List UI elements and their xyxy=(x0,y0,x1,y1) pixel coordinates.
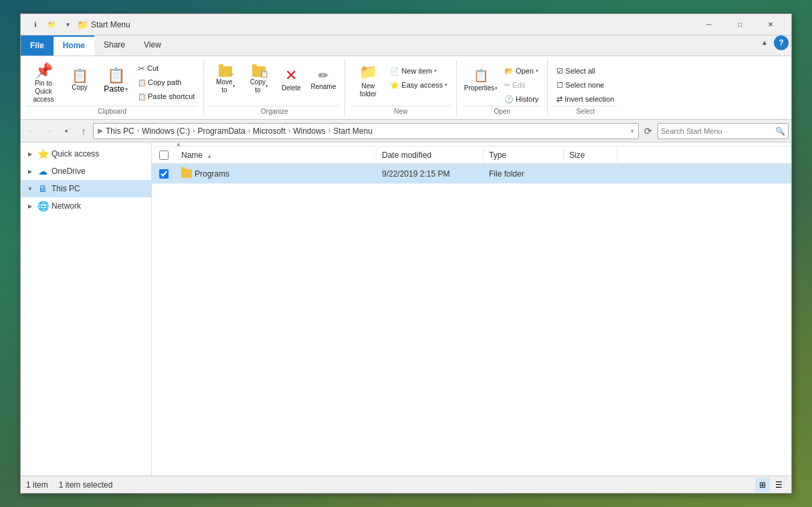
sidebar-item-quick-access[interactable]: ▶ ⭐ Quick access xyxy=(21,145,151,163)
rename-icon: ✏ xyxy=(318,70,328,82)
maximize-btn[interactable]: □ xyxy=(724,14,755,35)
properties-btn[interactable]: 📋 Properties ▾ xyxy=(462,62,500,99)
invert-selection-btn[interactable]: ⇄ Invert selection xyxy=(553,92,617,106)
file-row-checkbox xyxy=(152,169,176,179)
paste-shortcut-btn[interactable]: 📋 Paste shortcut xyxy=(134,90,198,103)
help-btn[interactable]: ? xyxy=(774,35,789,50)
select-all-label: Select all xyxy=(565,67,595,75)
status-info: 1 item 1 item selected xyxy=(26,480,112,490)
paste-shortcut-icon: 📋 xyxy=(138,93,146,100)
paste-shortcut-label: Paste shortcut xyxy=(148,92,195,100)
new-item-label: New item xyxy=(401,67,432,75)
copy-btn[interactable]: 📋 Copy xyxy=(62,62,97,99)
ribbon-collapse-btn[interactable]: ▲ xyxy=(758,35,771,49)
tab-share[interactable]: Share xyxy=(94,35,134,56)
table-row[interactable]: Programs 9/22/2019 2:15 PM File folder xyxy=(152,164,791,184)
tab-home[interactable]: Home xyxy=(54,35,94,56)
file-list: Programs 9/22/2019 2:15 PM File folder xyxy=(152,164,791,476)
history-btn[interactable]: 🕐 History xyxy=(501,92,542,106)
easy-access-btn[interactable]: ⭐ Easy access ▾ xyxy=(387,78,451,92)
paste-group[interactable]: 📋 Paste ▾ xyxy=(98,62,133,99)
history-icon: 🕐 xyxy=(504,95,514,104)
copy-to-btn[interactable]: 📋 Copy to ▾ xyxy=(243,62,275,99)
refresh-btn[interactable]: ⟳ xyxy=(640,123,656,139)
item-count: 1 item xyxy=(26,480,48,490)
window-controls: ─ □ ✕ xyxy=(694,14,786,35)
path-part-this-pc[interactable]: This PC xyxy=(106,126,134,136)
delete-btn[interactable]: ✕ Delete xyxy=(276,62,306,99)
programs-checkbox[interactable] xyxy=(159,169,169,179)
column-header-size[interactable]: Size xyxy=(564,148,617,163)
new-item-icon: 📄 xyxy=(390,67,399,76)
header-checkbox xyxy=(152,150,176,160)
paste-label: Paste xyxy=(104,84,124,94)
status-bar: 1 item 1 item selected ⊞ ☰ xyxy=(21,476,791,493)
edit-btn[interactable]: ✏ Edit xyxy=(501,78,542,92)
ribbon-group-clipboard: 📌 Pin to Quick access 📋 Copy 📋 Paste ▾ xyxy=(21,59,204,116)
recent-locations-btn[interactable]: ▾ xyxy=(58,123,74,139)
select-group-content: ☑ Select all ☐ Select none ⇄ Invert sele… xyxy=(553,59,617,106)
minimize-btn[interactable]: ─ xyxy=(694,14,724,35)
ribbon-group-organize: → Move to ▾ 📋 Cop xyxy=(204,59,345,116)
expand-onedrive-icon: ▶ xyxy=(26,167,34,175)
select-none-btn[interactable]: ☐ Select none xyxy=(553,78,617,92)
back-btn[interactable]: ← xyxy=(23,123,39,139)
move-to-btn[interactable]: → Move to ▾ xyxy=(209,62,241,99)
copy-path-icon: 📋 xyxy=(138,79,146,86)
cut-icon: ✂ xyxy=(138,64,145,74)
copy-to-arrow: ▾ xyxy=(266,84,268,89)
cut-label: Cut xyxy=(147,64,159,72)
cut-btn[interactable]: ✂ Cut xyxy=(134,62,198,75)
list-view-btn[interactable]: ☰ xyxy=(771,478,786,492)
sidebar-item-this-pc[interactable]: ▼ 🖥 This PC xyxy=(21,180,151,197)
move-to-arrow: ▾ xyxy=(233,84,235,89)
ribbon-group-open: 📋 Properties ▾ 📂 Open ▾ ✏ Edit xyxy=(457,59,548,116)
paste-dropdown-arrow: ▾ xyxy=(125,86,128,92)
tab-view[interactable]: View xyxy=(134,35,171,56)
qat-dropdown-btn[interactable]: ▾ xyxy=(61,18,74,31)
rename-btn[interactable]: ✏ Rename xyxy=(307,62,339,99)
column-header-name[interactable]: Name ▲ xyxy=(176,148,377,163)
open-group-label: Open xyxy=(462,106,542,116)
quick-access-label: Quick access xyxy=(52,149,99,159)
select-small-btns: ☑ Select all ☐ Select none ⇄ Invert sele… xyxy=(553,64,617,106)
close-btn[interactable]: ✕ xyxy=(755,14,786,35)
path-part-windows-c[interactable]: Windows (C:) xyxy=(142,126,190,136)
address-bar: ← → ▾ ↑ ▶ This PC › Windows (C:) › Progr… xyxy=(21,120,791,142)
ribbon-tabs: File Home Share View ▲ ? xyxy=(21,35,791,56)
search-icon[interactable]: 🔍 xyxy=(775,126,785,136)
select-none-label: Select none xyxy=(565,81,604,89)
qat-properties-btn[interactable]: ℹ xyxy=(29,18,42,31)
sidebar-item-network[interactable]: ▶ 🌐 Network xyxy=(21,197,151,215)
column-header-type[interactable]: Type xyxy=(484,148,564,163)
new-item-btn[interactable]: 📄 New item ▾ xyxy=(387,64,451,78)
open-label: Open xyxy=(516,67,534,75)
open-btn[interactable]: 📂 Open ▾ xyxy=(501,64,542,78)
invert-icon: ⇄ xyxy=(556,95,563,104)
pin-label: Pin to Quick access xyxy=(28,80,59,104)
path-part-start-menu[interactable]: Start Menu xyxy=(333,126,373,136)
path-part-windows[interactable]: Windows xyxy=(293,126,326,136)
up-btn[interactable]: ↑ xyxy=(76,123,92,139)
select-all-btn[interactable]: ☑ Select all xyxy=(553,64,617,78)
copy-path-btn[interactable]: 📋 Copy path xyxy=(134,76,198,89)
column-header-date[interactable]: Date modified xyxy=(377,148,484,163)
tab-file[interactable]: File xyxy=(21,35,54,56)
select-all-checkbox[interactable] xyxy=(159,150,169,160)
details-view-btn[interactable]: ⊞ xyxy=(755,478,770,492)
file-name-cell: Programs xyxy=(176,169,377,179)
select-group-label: Select xyxy=(553,106,617,116)
new-folder-btn[interactable]: 📁 New folder xyxy=(350,62,385,100)
network-icon: 🌐 xyxy=(37,201,49,211)
history-label: History xyxy=(516,95,538,103)
path-part-programdata[interactable]: ProgramData xyxy=(197,126,245,136)
qat-new-folder-btn[interactable]: 📁 xyxy=(45,18,58,31)
this-pc-icon: 🖥 xyxy=(37,183,49,194)
search-input[interactable] xyxy=(661,127,774,135)
easy-access-icon: ⭐ xyxy=(390,81,399,90)
path-part-microsoft[interactable]: Microsoft xyxy=(253,126,286,136)
pin-to-quick-access-btn[interactable]: 📌 Pin to Quick access xyxy=(26,62,61,106)
forward-btn[interactable]: → xyxy=(41,123,57,139)
address-path[interactable]: ▶ This PC › Windows (C:) › ProgramData ›… xyxy=(93,123,639,139)
sidebar-item-onedrive[interactable]: ▶ ☁ OneDrive xyxy=(21,163,151,180)
